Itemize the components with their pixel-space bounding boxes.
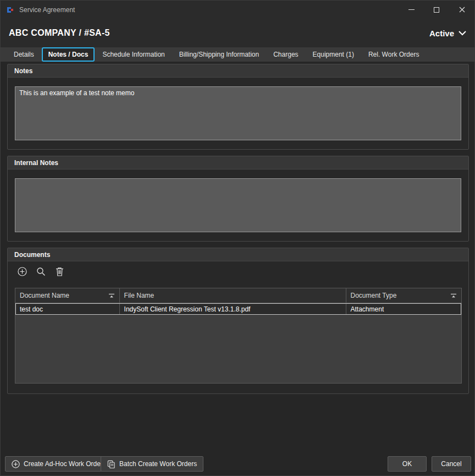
- status-label: Active: [429, 29, 454, 38]
- close-button[interactable]: [449, 1, 474, 19]
- cell-document-type: Attachment: [346, 303, 461, 315]
- service-agreement-window: Service Agreement ABC COMPANY / #SA-5 Ac…: [0, 0, 475, 476]
- titlebar: Service Agreement: [1, 1, 474, 19]
- column-label: Document Name: [20, 292, 69, 299]
- maximize-button[interactable]: [424, 1, 449, 19]
- documents-table: Document Name File Name Document Type te…: [15, 288, 462, 384]
- batch-create-work-orders-button[interactable]: Batch Create Work Orders: [101, 456, 203, 472]
- table-row[interactable]: test doc IndySoft Client Regression Test…: [15, 303, 461, 315]
- view-document-button[interactable]: [35, 265, 47, 277]
- documents-table-header: Document Name File Name Document Type: [15, 288, 461, 303]
- notes-textarea[interactable]: This is an example of a test note memo: [15, 86, 461, 140]
- documents-group: Documents: [7, 248, 469, 394]
- button-label: Create Ad-Hoc Work Order: [24, 460, 103, 468]
- plus-circle-icon: [18, 267, 27, 276]
- tab-charges[interactable]: Charges: [267, 47, 305, 62]
- plus-circle-icon: [12, 460, 20, 468]
- notes-group-title: Notes: [8, 64, 468, 78]
- column-label: Document Type: [351, 292, 397, 299]
- sort-icon: [450, 293, 457, 298]
- chevron-down-icon: [459, 31, 466, 36]
- tab-notes-docs[interactable]: Notes / Docs: [42, 47, 95, 62]
- tab-billing-shipping-information[interactable]: Billing/Shipping Information: [173, 47, 266, 62]
- notes-group: Notes This is an example of a test note …: [7, 64, 469, 150]
- button-label: Cancel: [441, 460, 461, 468]
- documents-toolbar: [16, 265, 65, 277]
- page-title: ABC COMPANY / #SA-5: [9, 28, 110, 38]
- window-controls: [399, 1, 474, 19]
- button-label: OK: [402, 460, 412, 468]
- column-label: File Name: [124, 292, 154, 299]
- copy-documents-icon: [107, 460, 115, 468]
- column-header-document-name[interactable]: Document Name: [15, 288, 120, 303]
- column-header-file-name[interactable]: File Name: [120, 288, 346, 303]
- tab-details[interactable]: Details: [7, 47, 41, 62]
- column-header-document-type[interactable]: Document Type: [346, 288, 461, 303]
- tab-bar: Details Notes / Docs Schedule Informatio…: [1, 47, 474, 62]
- delete-document-button[interactable]: [53, 265, 65, 277]
- tab-equipment[interactable]: Equipment (1): [306, 47, 361, 62]
- app-icon: [5, 5, 15, 15]
- search-icon: [36, 267, 46, 276]
- internal-notes-group: Internal Notes: [7, 156, 469, 242]
- trash-icon: [56, 267, 64, 276]
- cancel-button[interactable]: Cancel: [432, 456, 471, 472]
- status-dropdown[interactable]: Active: [429, 29, 466, 38]
- add-document-button[interactable]: [16, 265, 28, 277]
- tab-schedule-information[interactable]: Schedule Information: [96, 47, 171, 62]
- internal-notes-group-title: Internal Notes: [8, 156, 468, 169]
- button-label: Batch Create Work Orders: [119, 460, 197, 468]
- window-title: Service Agreement: [19, 6, 75, 14]
- cell-file-name: IndySoft Client Regression Test v13.1.8.…: [120, 303, 346, 315]
- header: ABC COMPANY / #SA-5 Active: [1, 19, 474, 47]
- cell-document-name: test doc: [15, 303, 120, 315]
- documents-group-title: Documents: [8, 248, 468, 261]
- tab-rel-work-orders[interactable]: Rel. Work Orders: [362, 47, 426, 62]
- internal-notes-textarea[interactable]: [15, 178, 461, 232]
- create-adhoc-work-order-button[interactable]: Create Ad-Hoc Work Order: [5, 456, 109, 472]
- sort-icon: [108, 293, 115, 298]
- ok-button[interactable]: OK: [388, 456, 427, 472]
- minimize-button[interactable]: [399, 1, 424, 19]
